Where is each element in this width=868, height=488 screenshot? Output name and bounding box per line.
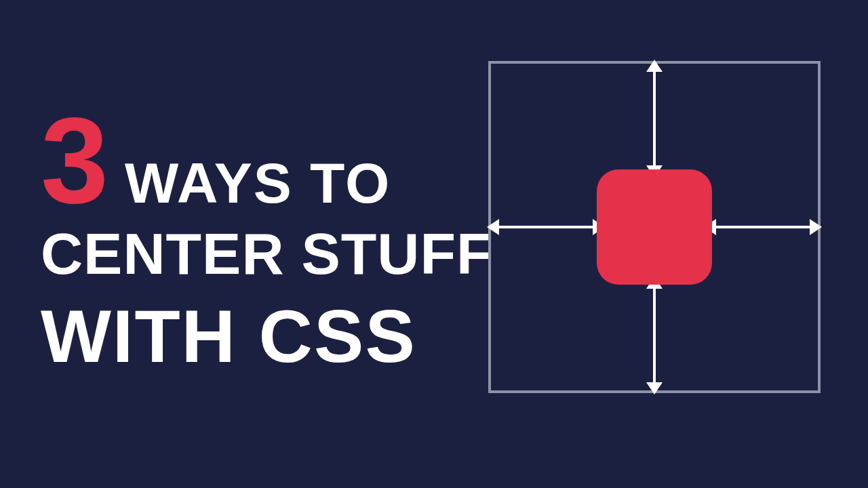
headline-number: 3 xyxy=(41,108,106,212)
headline-text-2: CENTER STUFF xyxy=(41,224,493,283)
headline: 3 WAYS TO CENTER STUFF WITH CSS xyxy=(41,108,493,373)
arrow-top-icon xyxy=(653,69,656,168)
centered-box-icon xyxy=(597,169,712,285)
arrow-left-icon xyxy=(496,226,595,228)
headline-line-1: 3 WAYS TO xyxy=(41,108,493,212)
headline-text-3: WITH CSS xyxy=(41,299,493,373)
centering-diagram xyxy=(488,61,821,393)
headline-text-1: WAYS TO xyxy=(125,155,391,211)
arrow-bottom-icon xyxy=(653,286,656,385)
arrow-right-icon xyxy=(713,226,812,228)
